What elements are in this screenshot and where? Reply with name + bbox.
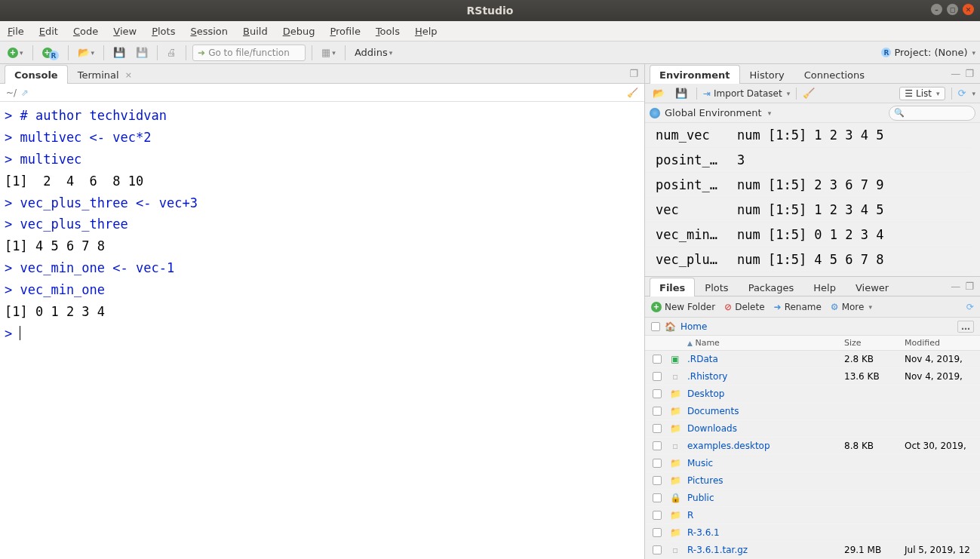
r-console[interactable]: > # author techvidvan> multivec <- vec*2… [0, 102, 644, 559]
file-checkbox[interactable] [653, 389, 662, 398]
menu-help[interactable]: Help [415, 26, 438, 37]
env-variable-row[interactable]: posint_…num [1:5] 2 3 6 7 9 [645, 173, 971, 198]
file-name[interactable]: Music [686, 458, 844, 468]
file-row[interactable]: ▫R-3.6.1.tar.gz29.1 MBJul 5, 2019, 12 [645, 542, 980, 559]
clear-env-icon[interactable]: 🧹 [803, 88, 815, 99]
grid-button[interactable]: ▦▾ [318, 45, 339, 61]
env-variable-row[interactable]: num_vecnum [1:5] 1 2 3 4 5 [645, 123, 971, 148]
tab-files[interactable]: Files [650, 278, 695, 296]
env-variable-row[interactable]: posint_…3 [645, 148, 971, 173]
pane-minimize-icon[interactable]: — [951, 281, 960, 292]
file-checkbox[interactable] [653, 441, 662, 450]
goto-file-input[interactable]: ➜ Go to file/function [192, 45, 306, 61]
file-row[interactable]: ▫.Rhistory13.6 KBNov 4, 2019, [645, 368, 980, 385]
file-row[interactable]: 🔒Public [645, 490, 980, 507]
file-checkbox[interactable] [653, 528, 662, 537]
env-variable-row[interactable]: vec_plu…num [1:5] 4 5 6 7 8 [645, 247, 971, 272]
file-checkbox[interactable] [653, 407, 662, 416]
tab-console[interactable]: Console [5, 65, 68, 84]
pane-maximize-icon[interactable]: ❐ [965, 281, 974, 292]
env-refresh-icon[interactable]: ⟳ [958, 88, 966, 99]
env-open-button[interactable]: 📂 [650, 85, 668, 102]
rename-button[interactable]: ➜Rename [774, 302, 822, 312]
col-name-header[interactable]: ▲ Name [686, 338, 844, 348]
menu-tools[interactable]: Tools [376, 26, 400, 37]
tab-packages[interactable]: Packages [739, 278, 804, 296]
pane-maximize-icon[interactable]: ❐ [965, 68, 974, 79]
tab-plots[interactable]: Plots [695, 278, 738, 296]
file-name[interactable]: Public [686, 493, 844, 503]
menu-build[interactable]: Build [243, 26, 268, 37]
window-maximize-button[interactable]: ◻ [947, 4, 958, 15]
file-checkbox[interactable] [653, 372, 662, 381]
env-variable-row[interactable]: vecnum [1:5] 1 2 3 4 5 [645, 198, 971, 223]
pane-maximize-icon[interactable]: ❐ [629, 68, 638, 79]
env-save-button[interactable]: 💾 [672, 85, 690, 102]
breadcrumb-more-button[interactable]: … [957, 321, 974, 333]
file-checkbox[interactable] [653, 476, 662, 485]
new-file-button[interactable]: ▾ [5, 45, 26, 61]
home-icon[interactable]: 🏠 [665, 321, 676, 332]
save-button[interactable]: 💾 [110, 45, 128, 61]
window-close-button[interactable]: ✕ [963, 4, 974, 15]
file-checkbox[interactable] [653, 459, 662, 468]
close-icon[interactable]: × [125, 70, 132, 80]
file-row[interactable]: 📁Desktop [645, 385, 980, 403]
file-name[interactable]: Documents [686, 406, 844, 416]
open-file-button[interactable]: 📂▾ [75, 45, 98, 61]
clear-console-icon[interactable]: 🧹 [627, 88, 638, 98]
file-row[interactable]: 📁Documents [645, 403, 980, 420]
file-checkbox[interactable] [653, 511, 662, 520]
file-row[interactable]: 📁R [645, 507, 980, 524]
files-refresh-icon[interactable]: ⟳ [966, 302, 974, 312]
window-minimize-button[interactable]: – [931, 4, 942, 15]
file-checkbox[interactable] [653, 355, 662, 364]
menu-code[interactable]: Code [73, 26, 98, 37]
addins-button[interactable]: Addins▾ [352, 45, 395, 61]
file-name[interactable]: Pictures [686, 475, 844, 486]
tab-history[interactable]: History [740, 65, 794, 84]
env-variable-row[interactable]: vec_min…num [1:5] 0 1 2 3 4 [645, 223, 971, 247]
print-button[interactable]: 🖨 [164, 45, 180, 61]
breadcrumb-home[interactable]: Home [680, 321, 707, 332]
delete-button[interactable]: ⊘Delete [724, 302, 765, 312]
tab-terminal[interactable]: Terminal× [68, 65, 142, 84]
file-checkbox[interactable] [653, 545, 662, 554]
file-name[interactable]: R [686, 510, 844, 521]
menu-session[interactable]: Session [190, 26, 228, 37]
project-menu[interactable]: Project: (None) ▾ [881, 47, 975, 58]
file-name[interactable]: Desktop [686, 389, 844, 399]
tab-help[interactable]: Help [803, 278, 846, 296]
save-all-button[interactable]: 💾 [133, 45, 151, 61]
new-project-button[interactable] [39, 45, 62, 61]
tab-connections[interactable]: Connections [794, 65, 874, 84]
menu-plots[interactable]: Plots [152, 26, 175, 37]
file-row[interactable]: 📁Music [645, 455, 980, 472]
file-checkbox[interactable] [653, 493, 662, 502]
select-all-checkbox[interactable] [651, 322, 660, 331]
new-folder-button[interactable]: New Folder [651, 302, 715, 312]
file-row[interactable]: 📁Pictures [645, 472, 980, 490]
console-popout-icon[interactable]: ⇗ [21, 88, 29, 98]
menu-edit[interactable]: Edit [39, 26, 58, 37]
menu-file[interactable]: File [8, 26, 24, 37]
file-row[interactable]: 📁R-3.6.1 [645, 524, 980, 542]
import-dataset-button[interactable]: ⇥ Import Dataset ▾ [703, 88, 790, 99]
env-list-view-button[interactable]: ☰ List ▾ [899, 87, 945, 100]
file-name[interactable]: examples.desktop [686, 441, 844, 451]
file-checkbox[interactable] [653, 424, 662, 433]
env-search-input[interactable]: 🔍 [889, 106, 975, 121]
tab-environment[interactable]: Environment [650, 65, 740, 84]
file-name[interactable]: R-3.6.1 [686, 527, 844, 538]
env-scrollbar[interactable] [971, 123, 980, 276]
file-name[interactable]: .RData [686, 354, 844, 364]
menu-debug[interactable]: Debug [283, 26, 315, 37]
more-button[interactable]: ⚙More▾ [831, 302, 872, 312]
col-size-header[interactable]: Size [844, 338, 905, 348]
menu-view[interactable]: View [113, 26, 137, 37]
file-name[interactable]: Downloads [686, 423, 844, 434]
env-scope-label[interactable]: Global Environment [665, 107, 762, 118]
col-modified-header[interactable]: Modified [905, 338, 980, 348]
pane-minimize-icon[interactable]: — [951, 68, 960, 79]
menu-profile[interactable]: Profile [330, 26, 360, 37]
